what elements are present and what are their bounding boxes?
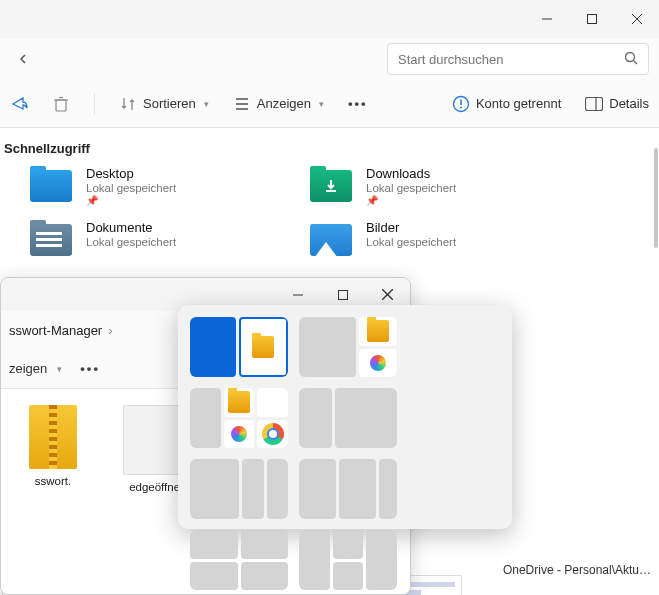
snap-cell[interactable] [241,530,289,559]
snap-cell[interactable] [190,562,238,591]
chevron-down-icon: ▾ [204,99,209,109]
snap-cell-active[interactable] [239,317,289,377]
qa-sublabel: Lokal gespeichert [86,236,176,248]
pin-icon: 📌 [86,195,176,206]
bg-view-button[interactable]: Anzeigen▾ [233,95,324,113]
snap-cell[interactable] [224,420,255,449]
file-item-zip[interactable]: sswort. [3,405,103,493]
chrome-icon [262,423,284,445]
snap-cell[interactable] [359,317,397,346]
qa-label: Desktop [86,166,176,181]
bg-maximize-button[interactable] [569,0,614,38]
snap-cell[interactable] [379,459,397,519]
share-icon [10,95,28,113]
details-pane-icon [585,95,603,113]
bg-details-button[interactable]: Details [585,95,649,113]
fg-view-button[interactable]: zeigen▾ [9,361,62,376]
pictures-folder-icon [310,224,352,256]
svg-rect-18 [338,290,347,299]
bg-search-box[interactable] [387,43,649,75]
snap-cell[interactable] [190,317,236,377]
svg-rect-15 [586,97,603,110]
snap-cell[interactable] [366,530,397,590]
snap-cell[interactable] [242,459,263,519]
snap-layout-quad[interactable] [190,530,288,590]
desktop-folder-icon [30,170,72,202]
snap-layout-three-col[interactable] [190,388,288,448]
snap-cell[interactable] [299,459,336,519]
quick-access-grid: DesktopLokal gespeichert📌 DownloadsLokal… [0,166,659,272]
snap-layout-half-half[interactable] [190,317,288,377]
bg-share-button[interactable] [10,95,28,113]
breadcrumb-segment[interactable]: sswort-Manager [7,323,104,338]
snap-layout-narrow-wide[interactable] [299,388,397,448]
snap-cell[interactable] [333,562,364,591]
bg-delete-button[interactable] [52,95,70,113]
snap-cell[interactable] [299,530,330,590]
qa-sublabel: Lokal gespeichert [366,236,456,248]
bg-account-label: Konto getrennt [476,96,561,111]
explorer-icon [252,336,274,358]
qa-label: Bilder [366,220,456,235]
search-icon [624,51,638,68]
snap-layout-three-plus-narrow[interactable] [299,459,397,519]
file-name-label: sswort. [35,475,71,487]
bg-view-label: Anzeigen [257,96,311,111]
qa-downloads[interactable]: DownloadsLokal gespeichert📌 [310,166,590,206]
sort-icon [119,95,137,113]
ellipsis-icon: ••• [80,361,100,376]
snap-cell[interactable] [299,388,332,448]
ellipsis-icon: ••• [348,96,368,111]
bg-minimize-button[interactable] [524,0,569,38]
chevron-down-icon: ▾ [319,99,324,109]
chevron-right-icon: › [104,323,116,338]
bg-toolbar: Sortieren▾ Anzeigen▾ ••• Konto getrennt … [0,80,659,128]
qa-label: Dokumente [86,220,176,235]
snap-cell[interactable] [333,530,364,559]
view-icon [233,95,251,113]
qa-desktop[interactable]: DesktopLokal gespeichert📌 [30,166,310,206]
qa-sublabel: Lokal gespeichert [86,182,176,194]
bg-titlebar [0,0,659,38]
snap-cell[interactable] [335,388,397,448]
snap-cell[interactable] [267,459,288,519]
bg-search-input[interactable] [398,52,624,67]
bg-back-button[interactable] [10,45,38,73]
bg-scrollbar[interactable] [654,148,658,248]
svg-point-14 [460,106,462,108]
fg-more-button[interactable]: ••• [80,361,100,376]
fg-view-label: zeigen [9,361,47,376]
paint-icon [367,352,389,374]
documents-folder-icon [30,224,72,256]
qa-label: Downloads [366,166,456,181]
snap-cell[interactable] [299,317,356,377]
snap-layout-mixed-1[interactable] [299,530,397,590]
bg-account-status[interactable]: Konto getrennt [452,95,561,113]
snap-cell[interactable] [224,388,255,417]
snap-cell[interactable] [257,388,288,417]
snap-cell[interactable] [190,459,239,519]
quick-access-header[interactable]: Schnellzugriff [0,129,659,166]
snap-layout-wide-two-narrow[interactable] [190,459,288,519]
snap-cell[interactable] [339,459,376,519]
onedrive-taskbar-preview[interactable]: OneDrive - Personal\Aktu… [503,563,651,577]
snap-layout-left-rightstack[interactable] [299,317,397,377]
qa-pictures[interactable]: BilderLokal gespeichert [310,220,590,258]
explorer-icon [228,391,250,413]
snap-cell[interactable] [190,530,238,559]
snap-cell[interactable] [241,562,289,591]
qa-documents[interactable]: DokumenteLokal gespeichert [30,220,310,258]
bg-close-button[interactable] [614,0,659,38]
bg-more-button[interactable]: ••• [348,96,368,111]
svg-rect-6 [56,100,66,111]
svg-rect-1 [587,15,596,24]
svg-line-5 [634,60,638,64]
zip-file-icon [29,405,77,469]
pin-icon: 📌 [366,195,456,206]
bg-sort-button[interactable]: Sortieren▾ [119,95,209,113]
chevron-down-icon: ▾ [57,364,62,374]
snap-cell[interactable] [190,388,221,448]
snap-cell[interactable] [257,420,288,449]
paint-icon [228,423,250,445]
snap-cell[interactable] [359,349,397,378]
